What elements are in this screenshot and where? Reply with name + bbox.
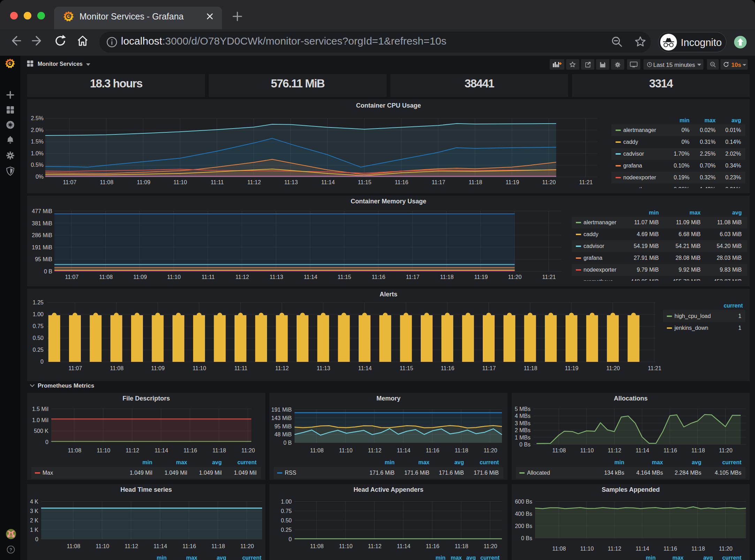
svg-text:?: ? [9, 547, 12, 552]
